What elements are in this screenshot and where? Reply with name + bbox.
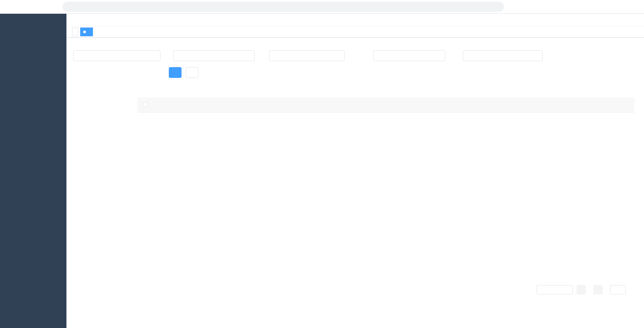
- address-bar[interactable]: [62, 2, 504, 12]
- filter-row: [169, 50, 543, 61]
- tab-user-manage[interactable]: [80, 28, 93, 36]
- prev-page-button[interactable]: [577, 285, 586, 294]
- reset-button[interactable]: [186, 67, 198, 78]
- search-button-row: [169, 67, 198, 78]
- browser-refresh-button[interactable]: [24, 1, 35, 12]
- header-actions: [629, 18, 639, 21]
- table-header-row: [138, 97, 634, 112]
- user-table: [138, 97, 634, 112]
- department-panel: [73, 50, 160, 66]
- main-content: [66, 38, 644, 328]
- browser-back-button[interactable]: [5, 1, 15, 12]
- select-all-checkbox[interactable]: [143, 102, 148, 107]
- app-header: [66, 13, 644, 26]
- browser-home-button[interactable]: [44, 1, 54, 12]
- sidebar-menu: [0, 30, 66, 34]
- tab-bar: [66, 26, 644, 38]
- page-size-select[interactable]: [537, 285, 573, 294]
- department-search: [73, 50, 160, 61]
- goto-page-input[interactable]: [610, 285, 626, 294]
- pagination: [533, 285, 629, 294]
- app-logo[interactable]: [0, 13, 66, 30]
- department-search-input[interactable]: [80, 53, 157, 59]
- search-button[interactable]: [169, 67, 182, 78]
- username-input[interactable]: [173, 50, 255, 61]
- status-select[interactable]: [373, 50, 445, 61]
- date-range-picker[interactable]: [463, 50, 543, 61]
- active-dot: [83, 31, 86, 33]
- browser-toolbar: [0, 0, 644, 14]
- phone-input[interactable]: [269, 50, 345, 61]
- tab-home[interactable]: [72, 28, 78, 36]
- next-page-button[interactable]: [593, 285, 603, 294]
- sidebar: [0, 13, 66, 328]
